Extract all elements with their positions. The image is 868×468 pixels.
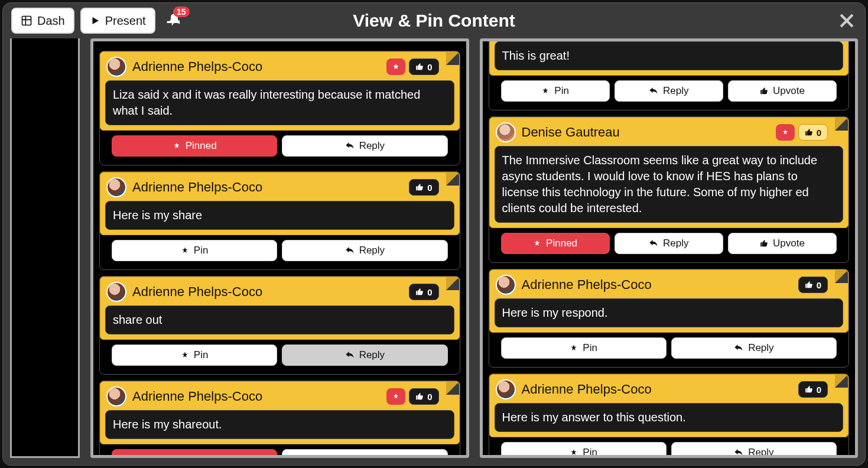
post-header-block: Adrienne Phelps-Coco 0 Here is my answer… (489, 374, 849, 437)
post-author: Adrienne Phelps-Coco (522, 277, 652, 292)
upvote-value: 0 (427, 392, 432, 402)
post-header-block: Adrienne Phelps-Coco 0 Here is my shareo… (100, 381, 460, 444)
upvote-count[interactable]: 0 (798, 277, 828, 293)
left-column[interactable]: Adrienne Phelps-Coco 0 Liza said x and i… (90, 38, 469, 458)
reply-button[interactable]: Reply (282, 344, 447, 366)
post-header-block: Adrienne Phelps-Coco 0 Liza said x and i… (100, 51, 460, 131)
pin-button[interactable]: Pin (501, 442, 667, 458)
avatar (496, 275, 516, 295)
upvote-count[interactable]: 0 (798, 381, 828, 398)
reply-button[interactable]: Reply (282, 240, 447, 261)
reply-label: Reply (359, 349, 385, 361)
post-header-block: This is great! (489, 38, 849, 76)
upvote-count[interactable]: 0 (409, 388, 438, 405)
modal: Dash Present 15 View & Pin Content (2, 2, 866, 466)
post-badges: 0 (409, 284, 438, 300)
post-badges: 0 (386, 58, 438, 75)
upvote-value: 0 (427, 183, 432, 193)
pin-button[interactable]: Pin (501, 80, 610, 102)
reply-button[interactable]: Reply (615, 233, 723, 254)
post-card: Adrienne Phelps-Coco 0 Here is my shareo… (99, 381, 460, 458)
post-badges: 0 (386, 388, 438, 405)
post-header-block: Adrienne Phelps-Coco 0 share out (100, 277, 460, 340)
post-head: Denise Gautreau 0 (492, 120, 846, 145)
svg-rect-0 (22, 17, 31, 25)
upvote-value: 0 (817, 385, 821, 395)
left-spacer-panel (10, 38, 80, 458)
post-card: Adrienne Phelps-Coco 0 Here is my respon… (489, 269, 850, 368)
content: Adrienne Phelps-Coco 0 Liza said x and i… (3, 38, 865, 465)
pinned-label: Pinned (186, 140, 217, 152)
reply-button[interactable]: Reply (282, 449, 447, 458)
upvote-button[interactable]: Upvote (728, 233, 837, 254)
pinned-button[interactable]: Pinned (112, 135, 277, 157)
close-button[interactable] (837, 11, 857, 31)
post-header-block: Denise Gautreau 0 The Immersive Classroo… (489, 117, 849, 228)
post-body: Here is my shareout. (105, 410, 454, 439)
upvote-value: 0 (427, 62, 432, 72)
avatar (496, 379, 516, 399)
post-actions: Pinned Reply (100, 135, 460, 157)
upvote-button[interactable]: Upvote (728, 80, 837, 102)
upvote-label: Upvote (773, 238, 805, 249)
upvote-count[interactable]: 0 (409, 58, 438, 75)
pin-button[interactable]: Pin (112, 240, 277, 261)
post-badges: 0 (798, 277, 828, 293)
upvote-value: 0 (817, 128, 821, 138)
post-head: Adrienne Phelps-Coco 0 (103, 175, 457, 200)
pinned-badge (386, 388, 405, 405)
pinned-button[interactable]: Pinned (112, 449, 277, 458)
reply-button[interactable]: Reply (615, 80, 723, 102)
post-actions: Pin Reply (489, 337, 849, 359)
upvote-count[interactable]: 0 (409, 179, 438, 196)
post-author: Adrienne Phelps-Coco (522, 382, 652, 397)
post-badges: 0 (409, 179, 438, 196)
post-head (492, 38, 846, 40)
avatar (496, 122, 516, 142)
post-card: This is great! Pin Reply Upvote (489, 38, 850, 110)
post-body: This is great! (495, 41, 844, 70)
pinned-button[interactable]: Pinned (501, 233, 610, 254)
dash-button[interactable]: Dash (11, 8, 74, 34)
post-author: Adrienne Phelps-Coco (132, 180, 262, 195)
reply-button[interactable]: Reply (282, 135, 447, 157)
upvote-count[interactable]: 0 (409, 284, 438, 300)
post-card: Denise Gautreau 0 The Immersive Classroo… (489, 116, 850, 263)
post-author: Adrienne Phelps-Coco (132, 389, 262, 404)
post-author: Adrienne Phelps-Coco (132, 284, 262, 300)
post-card: Adrienne Phelps-Coco 0 share out Pin (99, 276, 460, 375)
reply-label: Reply (663, 85, 688, 97)
avatar (106, 386, 126, 407)
post-head: Adrienne Phelps-Coco 0 (103, 280, 457, 304)
present-label: Present (105, 14, 146, 28)
notification-badge: 15 (173, 6, 190, 17)
present-button[interactable]: Present (80, 8, 155, 34)
right-column[interactable]: This is great! Pin Reply Upvote (480, 38, 859, 458)
pin-button[interactable]: Pin (112, 344, 277, 366)
topbar-left: Dash Present 15 (11, 8, 183, 34)
notifications-button[interactable]: 15 (166, 12, 183, 29)
pin-button[interactable]: Pin (501, 337, 667, 359)
upvote-count[interactable]: 0 (798, 124, 828, 141)
pinned-badge (386, 58, 405, 75)
post-actions: Pin Reply (100, 344, 460, 366)
reply-button[interactable]: Reply (671, 442, 837, 458)
reply-label: Reply (359, 245, 385, 256)
post-head: Adrienne Phelps-Coco 0 (492, 272, 846, 297)
post-actions: Pinned Reply (100, 449, 460, 458)
pin-label: Pin (583, 447, 597, 458)
reply-button[interactable]: Reply (671, 337, 837, 359)
post-actions: Pin Reply (100, 240, 460, 261)
avatar (106, 177, 126, 197)
grid-icon (21, 15, 32, 27)
pinned-label: Pinned (186, 454, 217, 458)
reply-label: Reply (748, 447, 773, 458)
post-author: Denise Gautreau (522, 125, 620, 140)
upvote-label: Upvote (773, 85, 805, 97)
post-actions: Pin Reply (489, 442, 849, 458)
post-head: Adrienne Phelps-Coco 0 (103, 384, 457, 409)
post-head: Adrienne Phelps-Coco 0 (492, 377, 846, 402)
avatar (106, 57, 126, 77)
upvote-value: 0 (817, 280, 821, 290)
dash-label: Dash (37, 14, 65, 28)
